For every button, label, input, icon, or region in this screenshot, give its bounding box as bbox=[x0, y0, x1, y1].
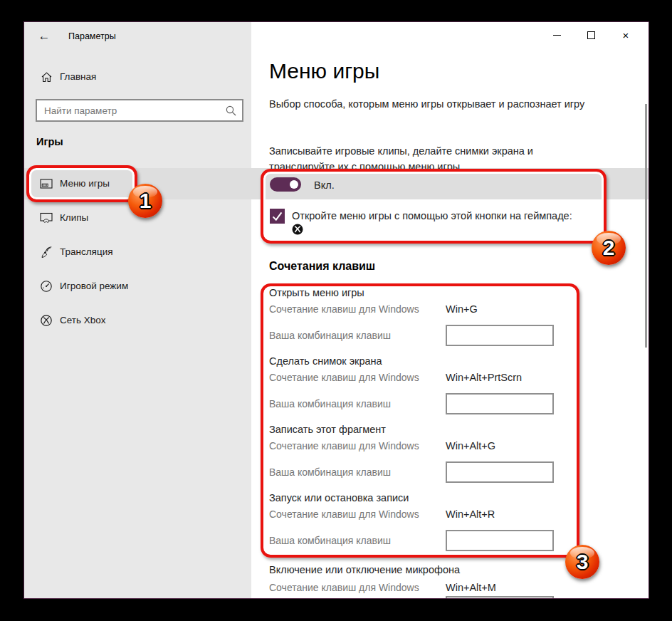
home-icon bbox=[40, 71, 53, 83]
sidebar-item-label: Главная bbox=[60, 71, 96, 82]
gamepad-checkbox-label: Откройте меню игры с помощью этой кнопки… bbox=[292, 210, 572, 221]
your-shortcut-label: Ваша комбинация клавиш bbox=[269, 330, 391, 341]
sidebar-item-label: Сеть Xbox bbox=[60, 315, 106, 325]
page-title: Меню игры bbox=[269, 59, 379, 83]
sidebar-section-title: Игры bbox=[36, 136, 63, 147]
search-icon[interactable] bbox=[225, 105, 237, 117]
game-mode-icon bbox=[40, 280, 53, 293]
windows-shortcut-value: Win+G bbox=[446, 303, 478, 315]
caption-buttons: × bbox=[540, 22, 643, 48]
shortcut-group-start-stop-recording: Запуск или остановка записи Сочетание кл… bbox=[269, 492, 579, 560]
shortcut-title: Открыть меню игры bbox=[269, 287, 364, 298]
windows-shortcut-label: Сочетание клавиш для Windows bbox=[269, 372, 419, 383]
windows-shortcut-label: Сочетание клавиш для Windows bbox=[269, 582, 419, 593]
clips-icon bbox=[40, 212, 53, 224]
your-shortcut-input[interactable] bbox=[446, 325, 554, 346]
sidebar-item-label: Клипы bbox=[60, 212, 88, 223]
toggle-state-label: Вкл. bbox=[314, 179, 335, 191]
shortcut-title: Включение или отключение микрофона bbox=[269, 564, 460, 575]
record-description: Записывайте игровые клипы, делайте снимк… bbox=[269, 143, 586, 174]
maximize-icon bbox=[587, 31, 595, 39]
search-box bbox=[36, 99, 243, 122]
sidebar-item-label: Трансляция bbox=[60, 246, 112, 257]
game-bar-toggle[interactable] bbox=[270, 177, 301, 192]
toggle-knob-icon bbox=[290, 180, 298, 189]
shortcuts-section-title: Сочетания клавиш bbox=[269, 260, 375, 273]
windows-shortcut-label: Сочетание клавиш для Windows bbox=[269, 303, 419, 315]
shortcut-title: Запуск или остановка записи bbox=[269, 492, 409, 503]
broadcast-icon bbox=[40, 246, 53, 259]
your-shortcut-label: Ваша комбинация клавиш bbox=[269, 398, 391, 409]
windows-shortcut-label: Сочетание клавиш для Windows bbox=[269, 440, 419, 452]
settings-window: ← Параметры × Главная Игры Меню игры bbox=[23, 21, 649, 599]
windows-shortcut-value: Win+Alt+R bbox=[446, 508, 495, 520]
your-shortcut-label: Ваша комбинация клавиш bbox=[269, 535, 391, 546]
window-title: Параметры bbox=[68, 31, 116, 41]
windows-shortcut-value: Win+Alt+PrtScrn bbox=[446, 372, 522, 383]
game-bar-icon bbox=[40, 177, 53, 190]
sidebar-item-label: Игровой режим bbox=[60, 281, 128, 291]
shortcut-title: Сделать снимок экрана bbox=[269, 355, 382, 367]
sidebar-item-label: Меню игры bbox=[60, 178, 110, 189]
checkmark-icon bbox=[271, 210, 283, 222]
back-button[interactable]: ← bbox=[36, 28, 53, 45]
minimize-button[interactable] bbox=[540, 22, 574, 48]
close-icon: × bbox=[622, 30, 629, 41]
minimize-icon bbox=[553, 35, 561, 36]
your-shortcut-input[interactable] bbox=[446, 461, 554, 483]
xbox-icon bbox=[40, 314, 53, 327]
xbox-logo-icon bbox=[292, 224, 303, 235]
maximize-button[interactable] bbox=[574, 22, 608, 48]
windows-shortcut-value: Win+Alt+M bbox=[446, 582, 496, 593]
your-shortcut-label: Ваша комбинация клавиш bbox=[269, 466, 391, 478]
back-arrow-icon: ← bbox=[38, 29, 51, 43]
your-shortcut-input[interactable] bbox=[446, 393, 554, 414]
shortcut-title: Записать этот фрагмент bbox=[269, 424, 386, 435]
windows-shortcut-label: Сочетание клавиш для Windows bbox=[269, 508, 419, 520]
shortcut-group-open-game-bar: Открыть меню игры Сочетание клавиш для W… bbox=[269, 287, 579, 355]
your-shortcut-input[interactable] bbox=[446, 596, 554, 599]
vertical-scrollbar[interactable] bbox=[645, 104, 647, 348]
close-button[interactable]: × bbox=[609, 22, 643, 48]
windows-shortcut-value: Win+Alt+G bbox=[446, 440, 495, 452]
page-description: Выбор способа, которым меню игры открыва… bbox=[269, 96, 586, 112]
shortcut-group-record-that: Записать этот фрагмент Сочетание клавиш … bbox=[269, 424, 579, 492]
your-shortcut-input[interactable] bbox=[446, 530, 554, 551]
shortcut-group-screenshot: Сделать снимок экрана Сочетание клавиш д… bbox=[269, 355, 579, 424]
search-input[interactable] bbox=[37, 100, 242, 120]
gamepad-open-checkbox[interactable] bbox=[270, 209, 285, 224]
